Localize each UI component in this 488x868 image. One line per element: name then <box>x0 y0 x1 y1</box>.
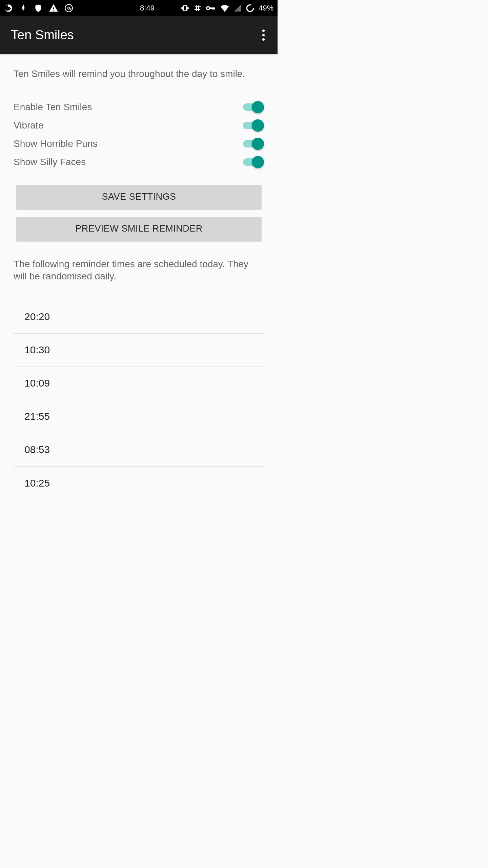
list-item[interactable]: 08:53 <box>14 433 264 467</box>
warning-icon <box>49 3 58 13</box>
status-left-icons <box>4 3 73 13</box>
list-item[interactable]: 20:20 <box>14 300 264 334</box>
reminder-times-list: 20:20 10:30 10:09 21:55 08:53 10:25 <box>14 300 264 494</box>
overflow-menu-icon[interactable] <box>259 26 268 44</box>
hash-icon <box>194 4 202 12</box>
status-right-icons: 49% <box>181 4 273 13</box>
list-item[interactable]: 10:09 <box>14 367 264 400</box>
save-settings-button[interactable]: SAVE SETTINGS <box>16 185 262 209</box>
app-title: Ten Smiles <box>11 28 74 42</box>
cell-icon <box>233 4 242 12</box>
toggle-show-silly-faces[interactable] <box>243 156 264 169</box>
list-item[interactable]: 21:55 <box>14 400 264 433</box>
circle-icon <box>246 4 255 13</box>
svg-point-9 <box>247 5 253 12</box>
setting-label: Vibrate <box>14 120 43 131</box>
onion-icon <box>19 4 28 13</box>
schedule-note: The following reminder times are schedul… <box>14 258 264 283</box>
key-icon <box>206 5 216 12</box>
shield-icon <box>34 4 43 13</box>
battery-percent: 49% <box>259 4 273 13</box>
setting-label: Show Silly Faces <box>14 157 86 167</box>
setting-show-horrible-puns: Show Horrible Puns <box>14 135 264 153</box>
at-icon <box>64 4 73 13</box>
content-area: Ten Smiles will remind you throughout th… <box>0 54 278 494</box>
app-bar: Ten Smiles <box>0 16 278 54</box>
svg-rect-3 <box>184 5 187 11</box>
setting-show-silly-faces: Show Silly Faces <box>14 153 264 171</box>
setting-label: Show Horrible Puns <box>14 138 97 149</box>
toggle-vibrate[interactable] <box>243 119 264 132</box>
firefox-icon <box>4 4 13 13</box>
toggle-show-horrible-puns[interactable] <box>243 137 264 150</box>
wifi-icon <box>220 4 229 12</box>
setting-label: Enable Ten Smiles <box>14 102 92 113</box>
setting-vibrate: Vibrate <box>14 116 264 135</box>
intro-text: Ten Smiles will remind you throughout th… <box>14 67 264 80</box>
svg-rect-8 <box>214 7 215 9</box>
setting-enable-ten-smiles: Enable Ten Smiles <box>14 98 264 116</box>
list-item[interactable]: 10:30 <box>14 334 264 367</box>
vibrate-icon <box>181 4 189 13</box>
svg-rect-7 <box>212 7 214 10</box>
list-item[interactable]: 10:25 <box>14 467 264 494</box>
status-time: 8:49 <box>73 4 181 13</box>
toggle-enable-ten-smiles[interactable] <box>243 101 264 114</box>
preview-reminder-button[interactable]: PREVIEW SMILE REMINDER <box>16 217 262 241</box>
button-group: SAVE SETTINGS PREVIEW SMILE REMINDER <box>14 185 264 241</box>
status-bar: 8:49 49% <box>0 0 278 16</box>
svg-point-5 <box>207 7 209 9</box>
